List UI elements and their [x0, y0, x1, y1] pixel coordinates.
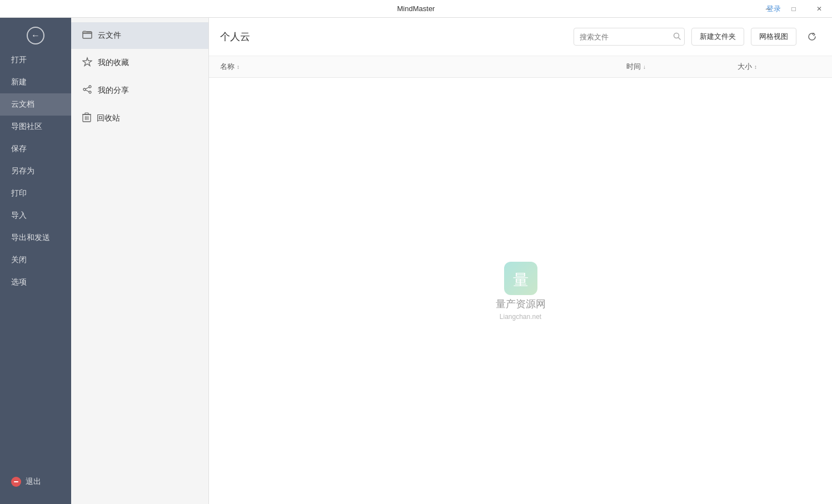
sidebar-label-print: 打印	[11, 188, 27, 198]
secondary-item-shares[interactable]: 我的分享	[71, 77, 208, 104]
watermark-text-main: 量产资源网	[496, 297, 546, 311]
sidebar-label-save: 保存	[11, 144, 27, 154]
back-button[interactable]: ←	[0, 22, 71, 49]
sidebar-item-export[interactable]: 导出和发送	[0, 227, 71, 249]
secondary-item-trash[interactable]: 回收站	[71, 104, 208, 132]
col-time: 时间 ↓	[626, 62, 738, 72]
watermark-logo-svg: 量	[504, 262, 537, 295]
col-size: 大小 ↕	[738, 62, 821, 72]
sidebar-item-options[interactable]: 选项	[0, 271, 71, 293]
empty-state: 量 量产资源网 Liangchan.net	[209, 78, 832, 504]
secondary-label-favorites: 我的收藏	[98, 58, 129, 68]
sidebar-label-exit: 退出	[26, 477, 41, 487]
secondary-label-trash: 回收站	[97, 113, 120, 123]
maximize-button[interactable]: □	[781, 0, 806, 18]
sidebar-item-community[interactable]: 导图社区	[0, 116, 71, 138]
right-panel: 云文件 我的收藏	[71, 18, 832, 504]
content-area: 个人云 新建文件夹 网格视图	[209, 18, 832, 504]
window-controls: ─ □ ✕	[755, 0, 832, 18]
minimize-button[interactable]: ─	[755, 0, 781, 18]
watermark-text-sub: Liangchan.net	[500, 313, 541, 321]
secondary-sidebar: 云文件 我的收藏	[71, 18, 209, 504]
svg-line-5	[86, 90, 89, 92]
time-sort-icon[interactable]: ↓	[643, 64, 646, 70]
titlebar: MindMaster 登录 ─ □ ✕	[0, 0, 832, 18]
new-folder-button[interactable]: 新建文件夹	[691, 28, 744, 46]
sidebar-item-save-as[interactable]: 另存为	[0, 160, 71, 182]
shares-icon	[82, 84, 92, 97]
sidebar-label-open: 打开	[11, 55, 27, 65]
svg-point-3	[89, 91, 91, 93]
sidebar-item-import[interactable]: 导入	[0, 204, 71, 227]
sidebar-item-save[interactable]: 保存	[0, 138, 71, 160]
sidebar-item-close[interactable]: 关闭	[0, 249, 71, 271]
back-icon: ←	[27, 27, 44, 44]
sidebar-label-new: 新建	[11, 77, 27, 87]
sidebar-label-community: 导图社区	[11, 122, 42, 132]
main-container: ← 打开 新建 云文档 导图社区 保存 另存为 打印 导入 导出和发送	[0, 18, 832, 504]
app-title: MindMaster	[397, 4, 435, 13]
content-header: 个人云 新建文件夹 网格视图	[209, 18, 832, 56]
exit-icon	[11, 477, 21, 487]
close-button[interactable]: ✕	[806, 0, 832, 18]
sidebar-item-new[interactable]: 新建	[0, 71, 71, 93]
grid-view-button[interactable]: 网格视图	[751, 28, 796, 46]
cloud-files-icon	[82, 30, 92, 41]
search-input[interactable]	[580, 33, 673, 41]
name-sort-icon[interactable]: ↕	[237, 64, 240, 70]
sidebar-label-cloud: 云文档	[11, 99, 34, 109]
svg-point-1	[89, 86, 91, 88]
sidebar-label-close: 关闭	[11, 255, 27, 265]
secondary-label-cloud-files: 云文件	[98, 31, 121, 41]
col-name: 名称 ↕	[220, 62, 626, 72]
watermark: 量 量产资源网 Liangchan.net	[496, 262, 546, 321]
search-box	[574, 28, 685, 46]
sidebar-label-import: 导入	[11, 211, 27, 221]
svg-point-2	[83, 88, 86, 91]
secondary-item-favorites[interactable]: 我的收藏	[71, 49, 208, 77]
left-sidebar: ← 打开 新建 云文档 导图社区 保存 另存为 打印 导入 导出和发送	[0, 18, 71, 504]
secondary-label-shares: 我的分享	[98, 86, 129, 96]
search-icon	[673, 32, 681, 42]
refresh-button[interactable]	[803, 28, 821, 46]
sidebar-item-print[interactable]: 打印	[0, 182, 71, 204]
sidebar-label-export: 导出和发送	[11, 233, 50, 243]
size-sort-icon[interactable]: ↕	[754, 64, 757, 70]
sidebar-label-save-as: 另存为	[11, 166, 34, 176]
content-title: 个人云	[220, 30, 567, 43]
secondary-item-cloud-files[interactable]: 云文件	[71, 22, 208, 49]
svg-line-4	[86, 87, 89, 89]
svg-line-13	[679, 37, 681, 39]
favorites-icon	[82, 57, 92, 69]
svg-rect-8	[85, 113, 88, 114]
table-header: 名称 ↕ 时间 ↓ 大小 ↕	[209, 56, 832, 78]
svg-text:量: 量	[513, 271, 529, 288]
sidebar-item-cloud[interactable]: 云文档	[0, 93, 71, 116]
sidebar-item-open[interactable]: 打开	[0, 49, 71, 71]
sidebar-item-exit[interactable]: 退出	[0, 471, 71, 493]
sidebar-label-options: 选项	[11, 277, 27, 287]
trash-icon	[82, 112, 91, 124]
